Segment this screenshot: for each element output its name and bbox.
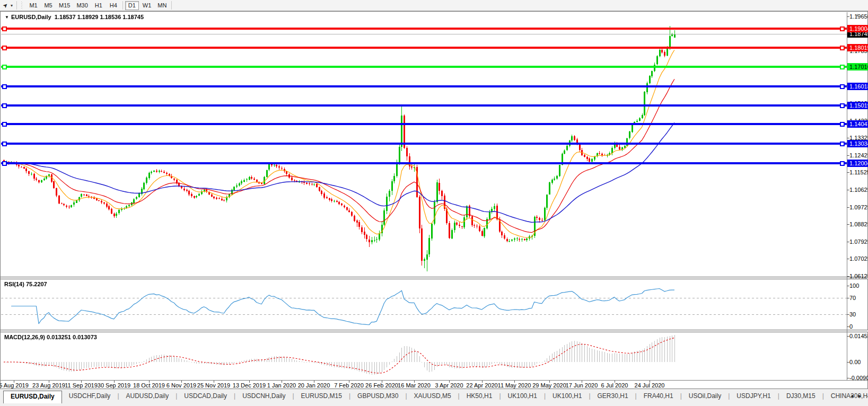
current-price-line xyxy=(1,34,847,34)
timeframe-button-w1[interactable]: W1 xyxy=(140,1,154,10)
timeframe-button-h4[interactable]: H4 xyxy=(107,1,120,10)
level-line-handle[interactable] xyxy=(2,84,7,89)
level-price-label: 1.18015 xyxy=(847,44,868,51)
timeframe-button-m5[interactable]: M5 xyxy=(41,1,55,10)
horizontal-level-line[interactable] xyxy=(1,47,847,49)
timeframe-button-m15[interactable]: M15 xyxy=(56,1,73,10)
macd-name: MACD(12,26,9) xyxy=(4,334,45,340)
chart-tab-xauusd-m5[interactable]: XAUUSD,M5 xyxy=(407,391,458,403)
chart-tab-gbpusd-m30[interactable]: GBPUSD,M30 xyxy=(350,391,405,403)
chart-tab-uk100-h1[interactable]: UK100,H1 xyxy=(501,391,544,403)
horizontal-level-line[interactable] xyxy=(1,123,847,125)
level-line-handle[interactable] xyxy=(840,103,845,108)
chart-tab-hk50-h1[interactable]: HK50,H1 xyxy=(460,391,499,403)
bar-low-value: 1.18536 xyxy=(100,14,121,20)
horizontal-level-line[interactable] xyxy=(1,104,847,107)
chart-window: ▲ ▼EURUSD,Daily 1.18537 1.18929 1.18536 … xyxy=(0,11,868,389)
price-axis-tick-label: 1.08825 xyxy=(849,221,868,227)
timeframe-buttons: M1M5M15M30H1H4D1W1MN xyxy=(26,1,170,10)
chart-tab-fra40-h1[interactable]: FRA40,H1 xyxy=(637,391,680,403)
macd-axis-label: 0.014556 xyxy=(849,333,868,339)
level-price-label: 1.15019 xyxy=(847,102,868,109)
macd-axis-label: -0.009001 xyxy=(849,375,868,381)
level-line-handle[interactable] xyxy=(2,161,7,166)
horizontal-level-line[interactable] xyxy=(1,85,847,87)
level-line-handle[interactable] xyxy=(840,161,845,166)
rsi-name: RSI(14) xyxy=(4,281,24,287)
rsi-value: 75.2207 xyxy=(26,281,47,287)
horizontal-level-line[interactable] xyxy=(1,28,847,30)
bar-open-value: 1.18537 xyxy=(55,14,76,20)
level-line-handle[interactable] xyxy=(840,84,845,89)
price-axis-tick-label: 1.06125 xyxy=(849,273,868,279)
rsi-axis-label: 100 xyxy=(849,283,859,289)
price-axis-tick-label: 1.07025 xyxy=(849,255,868,262)
rsi-label: RSI(14) 75.2207 xyxy=(4,281,47,287)
chart-tab-audusd-daily[interactable]: AUDUSD,Daily xyxy=(119,391,176,403)
rsi-axis-label: 0 xyxy=(849,323,853,330)
price-axis-tick-label: 1.11525 xyxy=(849,169,868,175)
level-price-label: 1.16018 xyxy=(847,83,868,90)
chart-tab-usdchf-daily[interactable]: USDCHF,Daily xyxy=(62,391,118,403)
level-line-handle[interactable] xyxy=(2,122,7,127)
timeframe-button-m30[interactable]: M30 xyxy=(74,1,90,10)
chart-tab-ger30-h1[interactable]: GER30,H1 xyxy=(591,391,635,403)
level-price-label: 1.17016 xyxy=(847,63,868,70)
chart-tab-eurusd-m15[interactable]: EURUSD,M15 xyxy=(294,391,349,403)
toolbar-separator xyxy=(122,1,123,10)
level-line-handle[interactable] xyxy=(2,27,7,31)
chart-tab-usdjpy-h1[interactable]: USDJPY,H1 xyxy=(730,391,777,403)
collapse-arrow-icon[interactable]: ▼ xyxy=(5,15,9,20)
timeframe-button-mn[interactable]: MN xyxy=(155,1,169,10)
level-line-handle[interactable] xyxy=(2,46,7,50)
chart-tab-usdcnh-daily[interactable]: USDCNH,Daily xyxy=(235,391,292,403)
toolbar-separator xyxy=(16,1,17,10)
price-axis-tick-label: 1.07925 xyxy=(849,239,868,245)
horizontal-level-line[interactable] xyxy=(1,162,847,164)
date-axis-label: 24 Jul 2020 xyxy=(627,382,672,389)
level-line-handle[interactable] xyxy=(2,103,7,108)
level-line-handle[interactable] xyxy=(840,46,845,50)
macd-axis-label: 0.00 xyxy=(849,359,861,365)
chart-title: ▼EURUSD,Daily 1.18537 1.18929 1.18536 1.… xyxy=(5,14,144,20)
macd-value: 0.013251 0.013073 xyxy=(47,334,97,340)
horizontal-level-line[interactable] xyxy=(1,143,847,145)
rsi-indicator-canvas[interactable] xyxy=(1,279,847,330)
timeframe-button-m1[interactable]: M1 xyxy=(27,1,40,10)
macd-label: MACD(12,26,9) 0.013251 0.013073 xyxy=(4,334,97,340)
timeframe-button-d1[interactable]: D1 xyxy=(125,1,139,10)
level-price-label: 1.13034 xyxy=(847,140,868,147)
bar-close-value: 1.18745 xyxy=(122,14,144,20)
level-price-label: 1.12004 xyxy=(847,160,868,167)
price-axis-tick-label: 1.10625 xyxy=(849,187,868,193)
toolbar-separator xyxy=(171,1,172,10)
level-line-handle[interactable] xyxy=(840,122,845,127)
price-axis-tick-label: 1.12425 xyxy=(849,152,868,158)
horizontal-level-line[interactable] xyxy=(1,66,847,68)
chart-tab-uk100-h1[interactable]: UK100,H1 xyxy=(546,391,589,403)
level-price-label: 1.19004 xyxy=(847,25,868,32)
chart-tab-usdcad-daily[interactable]: USDCAD,Daily xyxy=(177,391,234,403)
chart-shift-marker-icon[interactable]: ▲ xyxy=(855,12,860,17)
chart-tab-dj30-m15[interactable]: DJ30,M15 xyxy=(779,391,822,403)
chart-tab-usoil-daily[interactable]: USOil,Daily xyxy=(682,391,728,403)
level-line-handle[interactable] xyxy=(2,142,7,146)
timeframe-toolbar: ➤ ▾ M1M5M15M30H1H4D1W1MN xyxy=(0,0,868,11)
chart-tab-bar: EURUSD,DailyUSDCHF,Daily|AUDUSD,Daily|US… xyxy=(0,389,868,406)
level-line-handle[interactable] xyxy=(840,27,845,31)
tab-scroll-left-icon[interactable]: ◄ xyxy=(849,393,857,399)
date-axis-border xyxy=(1,380,868,381)
level-line-handle[interactable] xyxy=(840,65,845,69)
cursor-tool-icon[interactable]: ➤ xyxy=(0,0,12,12)
timeframe-button-h1[interactable]: H1 xyxy=(92,1,106,10)
bar-high-value: 1.18929 xyxy=(77,14,99,20)
chart-tab-eurusd-daily[interactable]: EURUSD,Daily xyxy=(3,391,62,403)
level-line-handle[interactable] xyxy=(840,142,845,146)
level-line-handle[interactable] xyxy=(2,65,7,69)
tab-scroll-right-icon[interactable]: ► xyxy=(857,393,865,399)
tab-scroll-arrows: ◄► xyxy=(849,393,865,399)
price-axis-tick-label: 1.09725 xyxy=(849,204,868,210)
chart-symbol-label: EURUSD,Daily xyxy=(11,14,51,20)
rsi-axis-label: 30 xyxy=(849,311,856,317)
macd-indicator-canvas[interactable] xyxy=(1,332,847,380)
